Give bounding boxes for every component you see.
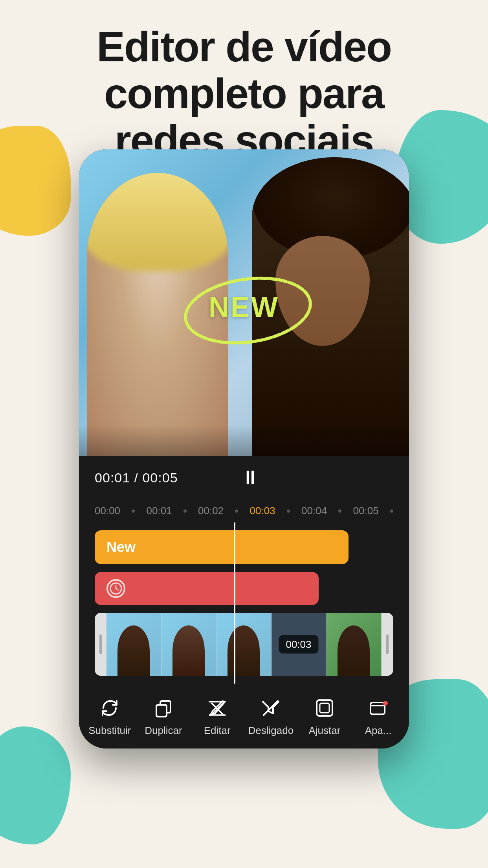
- substituir-label: Substituir: [88, 725, 131, 737]
- bottom-toolbar: Substituir Duplicar: [79, 684, 409, 748]
- apa-icon: [366, 695, 391, 721]
- annotation-new-text: NEW: [197, 287, 291, 327]
- blob-teal-bottom-left: [0, 726, 71, 844]
- editar-icon: [205, 695, 230, 721]
- ajustar-icon: [312, 695, 337, 721]
- video-frame-2: [161, 613, 216, 676]
- time-display: 00:01 / 00:05: [95, 470, 178, 485]
- video-frame-5: [327, 613, 382, 676]
- substituir-icon: [97, 695, 122, 721]
- svg-rect-11: [320, 703, 329, 713]
- apa-label: Apa...: [365, 725, 392, 737]
- page-heading: Editor de vídeo completo para redes soci…: [0, 24, 488, 164]
- editar-label: Editar: [204, 725, 231, 737]
- ruler-dot-3: [287, 509, 290, 513]
- filmstrip-handle-left[interactable]: [95, 613, 106, 676]
- ruler-marks-container: 00:00 00:01 00:02 00:03 00:04: [95, 505, 393, 517]
- ruler-mark-3: 00:03: [250, 505, 275, 517]
- ruler-dot-0: [132, 509, 135, 513]
- frame-bg-1: [106, 613, 161, 676]
- toolbar-item-editar[interactable]: Editar: [192, 695, 243, 737]
- duplicar-label: Duplicar: [145, 725, 182, 737]
- ruler-mark-2: 00:02: [198, 505, 224, 517]
- timeline-tracks-area[interactable]: New: [79, 522, 409, 684]
- handle-bar-right: [386, 634, 389, 654]
- timeline-ruler: 00:00 00:01 00:02 00:03 00:04: [79, 499, 409, 522]
- ruler-mark-0: 00:00: [95, 505, 120, 517]
- desligado-label: Desligado: [248, 725, 294, 737]
- ajustar-label: Ajustar: [308, 725, 340, 737]
- ruler-dot-2: [235, 509, 238, 513]
- animation-track-icon: [106, 579, 125, 598]
- video-frame-1: [106, 613, 161, 676]
- toolbar-item-substituir[interactable]: Substituir: [84, 695, 135, 737]
- frame-bg-3: [216, 613, 271, 676]
- text-track[interactable]: New: [95, 530, 349, 564]
- ruler-mark-5: 00:05: [353, 505, 379, 517]
- playhead: [234, 522, 235, 684]
- toolbar-item-apa[interactable]: Apa...: [353, 695, 404, 737]
- ruler-dot-4: [338, 509, 341, 513]
- desligado-icon: [258, 695, 283, 721]
- video-filmstrip-track[interactable]: 00:03: [95, 613, 393, 676]
- frame-silhouette-1: [117, 625, 150, 676]
- video-frame-4: 00:03: [272, 613, 327, 676]
- frame-silhouette-3: [227, 625, 260, 676]
- handle-bar-left: [99, 634, 102, 654]
- video-preview[interactable]: NEW: [79, 149, 409, 456]
- hair-left: [87, 173, 228, 271]
- pause-button[interactable]: ⏸: [237, 464, 264, 491]
- svg-point-13: [383, 701, 388, 706]
- annotation-overlay: NEW: [197, 287, 291, 327]
- ruler-dot-1: [183, 509, 187, 513]
- phone-mockup: NEW 00:01 / 00:05 ⏸ 00:00: [79, 149, 409, 748]
- frame-bg-2: [161, 613, 216, 676]
- video-controls-bar: 00:01 / 00:05 ⏸: [79, 456, 409, 499]
- ruler-dot-5: [390, 509, 393, 513]
- clock-icon: [109, 581, 123, 596]
- animation-track[interactable]: [95, 572, 319, 605]
- frame-silhouette-5: [338, 625, 370, 676]
- phone-body: NEW 00:01 / 00:05 ⏸ 00:00: [79, 149, 409, 748]
- toolbar-item-ajustar[interactable]: Ajustar: [299, 695, 350, 737]
- filmstrip-frames: 00:03: [106, 613, 382, 676]
- frame-silhouette-2: [172, 625, 205, 676]
- heading-text: Editor de vídeo completo para redes soci…: [31, 24, 457, 164]
- svg-rect-5: [156, 705, 167, 717]
- svg-line-3: [116, 588, 118, 590]
- video-frame-3: [216, 613, 272, 676]
- timestamp-badge: 00:03: [279, 635, 318, 654]
- text-track-label: New: [106, 539, 136, 555]
- toolbar-item-desligado[interactable]: Desligado: [245, 695, 296, 737]
- toolbar-item-duplicar[interactable]: Duplicar: [138, 695, 189, 737]
- svg-rect-12: [371, 702, 385, 714]
- svg-rect-10: [317, 700, 332, 716]
- ruler-mark-4: 00:04: [301, 505, 327, 517]
- ruler-mark-1: 00:01: [147, 505, 172, 517]
- filmstrip-handle-right[interactable]: [382, 613, 393, 676]
- video-gradient-overlay: [79, 425, 409, 456]
- duplicar-icon: [151, 695, 176, 721]
